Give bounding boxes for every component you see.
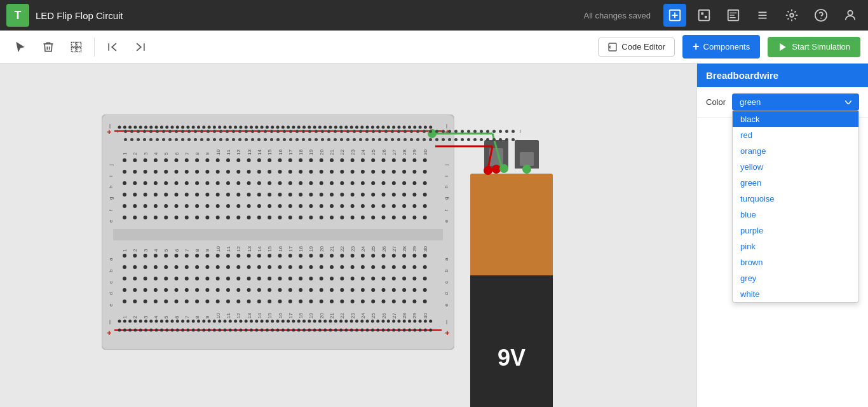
navbar: T LED Flip Flop Circuit All changes save… <box>0 0 868 31</box>
code-editor-button[interactable]: Code Editor <box>598 38 675 57</box>
svg-rect-17 <box>72 42 76 46</box>
color-option-grey[interactable]: grey <box>733 270 858 286</box>
canvas-area: l l + + i j + + l <box>0 64 868 407</box>
color-option-red[interactable]: red <box>733 127 858 143</box>
color-option-orange[interactable]: orange <box>733 143 858 159</box>
svg-rect-20 <box>77 47 81 52</box>
svg-rect-19 <box>72 47 76 52</box>
save-status: All changes saved <box>583 11 651 20</box>
svg-point-15 <box>820 18 822 19</box>
toolbar: Code Editor + Components Start Simulatio… <box>0 31 868 64</box>
logo: T <box>6 4 29 27</box>
components-label: Components <box>703 42 750 52</box>
color-option-brown[interactable]: brown <box>733 254 858 270</box>
code-editor-label: Code Editor <box>621 42 665 52</box>
battery: 9V <box>470 140 553 407</box>
settings-btn[interactable] <box>780 4 803 27</box>
panel-color-row: Color green blackredorangeyellowgreentur… <box>697 87 868 118</box>
project-title: LED Flip Flop Circuit <box>36 10 577 21</box>
color-option-yellow[interactable]: yellow <box>733 159 858 175</box>
svg-rect-5 <box>705 16 707 18</box>
svg-rect-23 <box>609 43 616 51</box>
panel-header: Breadboardwire <box>697 64 868 87</box>
help-btn[interactable] <box>810 4 832 27</box>
selected-color-text: green <box>740 97 761 107</box>
color-option-turquoise[interactable]: turquoise <box>733 191 858 207</box>
list-btn[interactable] <box>751 4 774 27</box>
color-label: Color <box>706 97 726 107</box>
battery-label: 9V <box>498 345 526 371</box>
select-tool[interactable] <box>64 34 89 60</box>
panel: Breadboardwire Color green blackredorang… <box>696 64 868 407</box>
cursor-tool[interactable] <box>8 34 33 60</box>
logo-letter: T <box>15 9 22 22</box>
svg-rect-18 <box>77 42 81 46</box>
color-option-blue[interactable]: blue <box>733 207 858 223</box>
profile-btn[interactable] <box>839 4 862 27</box>
simulate-btn[interactable] <box>722 4 745 27</box>
first-btn[interactable] <box>100 34 125 60</box>
color-option-black[interactable]: black <box>733 111 858 127</box>
panel-title: Breadboardwire <box>706 70 778 81</box>
svg-rect-4 <box>701 12 703 15</box>
color-dropdown: blackredorangeyellowgreenturquoisebluepu… <box>732 111 859 303</box>
delete-tool[interactable] <box>36 34 61 60</box>
color-option-white[interactable]: white <box>733 286 858 302</box>
next-btn[interactable] <box>128 34 153 60</box>
color-select[interactable]: green <box>732 93 859 111</box>
schematic-btn[interactable] <box>663 4 686 27</box>
components-button[interactable]: + Components <box>682 35 760 59</box>
svg-point-13 <box>790 13 794 17</box>
color-option-purple[interactable]: purple <box>733 223 858 238</box>
color-option-pink[interactable]: pink <box>733 238 858 254</box>
chevron-down-icon <box>845 100 851 104</box>
svg-point-16 <box>848 11 852 15</box>
pcb-btn[interactable] <box>693 4 715 27</box>
svg-marker-24 <box>780 43 786 51</box>
svg-rect-3 <box>699 10 710 21</box>
start-sim-label: Start Simulation <box>792 42 850 52</box>
start-simulation-button[interactable]: Start Simulation <box>768 37 860 57</box>
color-select-wrapper[interactable]: green blackredorangeyellowgreenturquoise… <box>732 93 859 111</box>
color-option-green[interactable]: green <box>733 175 858 191</box>
toolbar-divider <box>94 38 95 57</box>
